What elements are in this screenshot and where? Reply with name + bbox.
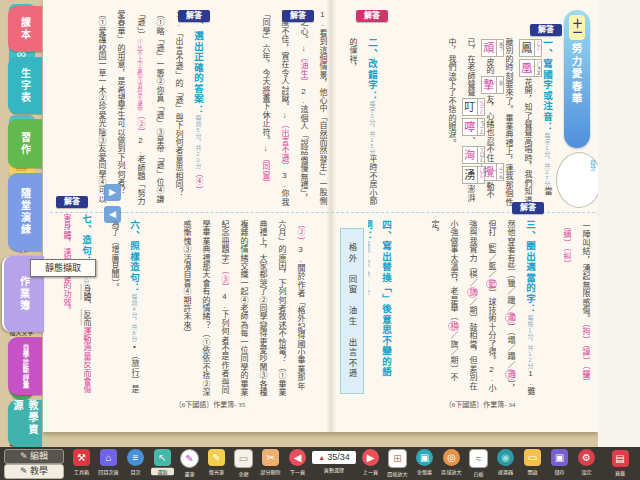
section-heading: 一、寫國字或注音：: [542, 38, 553, 133]
right-tab-strip: [598, 0, 640, 447]
page-indicator[interactable]: ▲ 35/34頁數選擇: [311, 448, 357, 474]
tab-textbook[interactable]: 課本: [8, 6, 42, 52]
answer-text: （③）: [220, 270, 229, 291]
partial-delete-icon: ✂: [262, 449, 279, 466]
workbook-text-block: 六、照樣造句：每題4分，共8分•（旅行）是為了（增廣見聞）。: [100, 220, 144, 398]
toolbar-item-toc[interactable]: ≡目次: [122, 448, 149, 476]
body-text: ）（塌／蹋／: [506, 323, 515, 369]
answer-badge[interactable]: 解答: [356, 10, 388, 22]
body-text: ①比不上②差勁③退位④謙恭: [137, 40, 143, 112]
character-box: 頑ㄨㄢˊ: [481, 39, 497, 57]
page-forward-arrow[interactable]: ▶: [104, 184, 121, 201]
toolbar-item-label: 選取: [151, 468, 174, 476]
toolbar-item-next-page[interactable]: ◀下一頁: [284, 448, 311, 476]
toolbar-item-prev-page[interactable]: ▶上一頁: [357, 448, 384, 476]
word-bank: 格外 同窗 油生 出言不遜: [340, 228, 364, 394]
zhuyin-label: ㄓˋ: [496, 76, 504, 94]
open-file-icon: ▭: [524, 449, 541, 466]
answer-text: （出言不遜）: [280, 120, 289, 170]
body-text: 皮的: [485, 58, 494, 75]
zhuyin-label: ㄋㄧㄥˊ: [477, 118, 485, 136]
answer-text: （④）: [194, 169, 203, 194]
toolbox-icon: ⚒: [73, 449, 90, 466]
prev-page-icon: ▶: [362, 449, 379, 466]
body-text: 每字1分，共27分: [544, 133, 550, 187]
tab-class-practice[interactable]: 隨堂演練: [8, 173, 42, 251]
body-text: 每字3分，共15分: [369, 101, 375, 155]
toolbar-item-label: 遮罩器: [494, 468, 517, 476]
highlighter-icon: ✎: [208, 449, 225, 466]
body-text: 每格1分，共12分: [527, 315, 533, 369]
toolbar-item-whiteboard[interactable]: ≈白板: [465, 448, 492, 478]
answer-badge[interactable]: 解答: [530, 24, 562, 36]
toolbar-item-pen[interactable]: ✎畫筆: [176, 448, 203, 478]
answer-badge[interactable]: 解答: [512, 202, 544, 214]
toolbar-item-label: 全螢幕: [413, 468, 436, 476]
tab-exercise-book[interactable]: 習作: [8, 119, 42, 168]
toolbar-item-settings[interactable]: ⚙設定: [573, 448, 600, 476]
body-text: 反而: [82, 310, 91, 327]
page-tabs-button[interactable]: ▤頁籤: [606, 449, 634, 477]
toolbar-item-label: 頁數選擇: [314, 466, 353, 474]
teach-mode-button[interactable]: ✎ 教學: [4, 464, 64, 479]
answer-text: （②）: [296, 220, 305, 245]
body-text: 籃: [486, 279, 497, 289]
toolbar-item-highlighter[interactable]: ✎螢光筆: [203, 448, 230, 476]
answer-badge[interactable]: 解答: [56, 196, 88, 208]
zhuyin-label: ㄉㄧㄥ: [477, 98, 485, 116]
toolbar-item-erase-all[interactable]: ▭全擦: [230, 448, 257, 478]
character-box: 摯ㄓˋ: [481, 76, 497, 94]
body-text: 身體: [82, 285, 91, 302]
toolbar-item-label: 白板: [467, 470, 490, 478]
edit-mode-button[interactable]: ✎ 編輯: [4, 449, 64, 464]
toolbar-item-label: 目次: [124, 468, 147, 476]
tab-teaching-resources[interactable]: 教學資源: [8, 400, 42, 447]
lesson-banner: 十一 努力愛春華: [564, 10, 590, 148]
answer-text: （油生）: [299, 53, 308, 87]
toolbar-item-label: 工具箱: [70, 468, 93, 476]
toolbar-item-mask-tool[interactable]: ◉遮罩器: [492, 448, 519, 476]
page-back-arrow[interactable]: ◀: [104, 206, 121, 223]
toolbar-item-fullscreen[interactable]: ▣全螢幕: [411, 448, 438, 476]
answer-badge[interactable]: 解答: [282, 10, 314, 22]
answer-text: （②）: [136, 111, 145, 136]
select-tool-icon: ↖: [154, 449, 171, 466]
zhuyin-label: ㄈㄥˋ: [534, 39, 542, 57]
page-footer-right: 〔6下國語〕作業簿- 34: [390, 399, 570, 409]
body-text: 邋: [505, 312, 516, 322]
toolbar-item-toolbox[interactable]: ⚒工具箱: [68, 448, 95, 476]
toolbar-item-partial-delete[interactable]: ✂部分刪除: [257, 448, 284, 476]
toolbar-item-label: 全擦: [232, 470, 255, 478]
toolbar-item-label: 開啟: [521, 468, 544, 476]
toolbar-item-label: 上一頁: [359, 468, 382, 476]
tab-vocab-list[interactable]: 生字表: [8, 57, 42, 114]
toolbar-item-label: 部分刪除: [259, 468, 282, 476]
toolbar-item-area-zoom[interactable]: ◎區域放大: [438, 448, 465, 476]
page-tabs-label: 頁籤: [608, 469, 632, 477]
toolbar-item-label: 回目次頁: [97, 468, 120, 476]
toolbar-item-label: 儲存: [548, 468, 571, 476]
save-icon: ▣: [551, 449, 568, 466]
toolbar-item-quad-zoom[interactable]: ⊞四格放大: [384, 448, 411, 478]
toolbar-item-label: 區域放大: [440, 468, 463, 476]
toc-icon: ≡: [127, 449, 144, 466]
toolbar-item-select-tool[interactable]: ↖選取: [149, 448, 176, 476]
toolbar-item-save[interactable]: ▣儲存: [546, 448, 573, 476]
character-box: 叮ㄉㄧㄥ: [462, 98, 478, 116]
workbook-text-block: 四、寫出替換「」後意思不變的語詞：每題4分，共12分: [368, 220, 396, 398]
body-text: 棋: [448, 321, 459, 331]
workbook-text-block: 1.看到這個情景，他心中「自然而然發生」一股惻隱之心。↓（油生）2.這個人「說話…: [214, 10, 332, 208]
page-number-input[interactable]: ▲ 35/34: [312, 451, 356, 464]
tab-self-assessment[interactable]: 自學診斷評量: [8, 337, 42, 395]
toolbar-item-open-file[interactable]: ▭開啟: [519, 448, 546, 476]
body-text: 友，心緒也忍不住: [485, 95, 494, 162]
toolbar-item-home-toc[interactable]: ⌂回目次頁: [95, 448, 122, 476]
body-text: 、: [466, 137, 475, 145]
pen-icon: ✎: [180, 449, 199, 468]
body-text: 每題4分，共8分: [131, 294, 137, 342]
workbook-text-block: 二、改錯字：每字3分，共15分平時不居小節的偉祥，: [348, 38, 382, 208]
body-text: 、: [82, 301, 91, 309]
section-heading: 四、寫出替換「」後意思不變的語詞：: [368, 220, 392, 378]
answer-badge[interactable]: 解答: [178, 10, 210, 22]
zhuyin-label: ㄏㄨㄤˊ: [534, 59, 542, 77]
